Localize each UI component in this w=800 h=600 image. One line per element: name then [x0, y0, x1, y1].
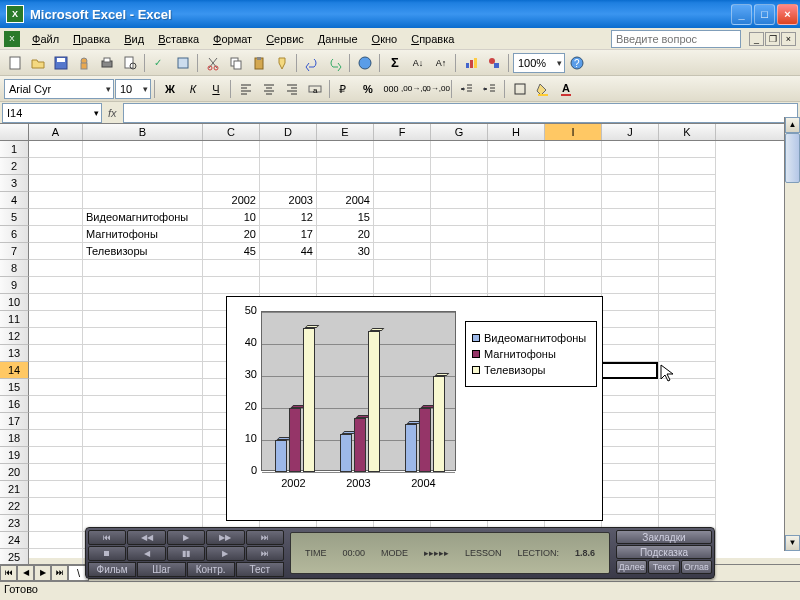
cell[interactable]: [545, 277, 602, 294]
cell[interactable]: [260, 175, 317, 192]
cell[interactable]: 45: [203, 243, 260, 260]
column-header[interactable]: I: [545, 124, 602, 140]
player-fwd-button[interactable]: ▶: [206, 546, 244, 561]
cell[interactable]: [29, 345, 83, 362]
cut-button[interactable]: [202, 52, 224, 74]
cell[interactable]: [431, 141, 488, 158]
cell[interactable]: [29, 464, 83, 481]
cell[interactable]: 20: [317, 226, 374, 243]
cell[interactable]: [602, 396, 659, 413]
align-left-button[interactable]: [235, 78, 257, 100]
cell[interactable]: [431, 260, 488, 277]
menu-вставка[interactable]: Вставка: [152, 31, 205, 47]
cell[interactable]: [659, 192, 716, 209]
cell[interactable]: [260, 158, 317, 175]
row-header[interactable]: 15: [0, 379, 29, 396]
cell[interactable]: [602, 141, 659, 158]
cell[interactable]: [431, 243, 488, 260]
menu-данные[interactable]: Данные: [312, 31, 364, 47]
cell[interactable]: [488, 226, 545, 243]
row-header[interactable]: 18: [0, 430, 29, 447]
row-header[interactable]: 3: [0, 175, 29, 192]
copy-button[interactable]: [225, 52, 247, 74]
cell[interactable]: [431, 226, 488, 243]
cell[interactable]: [602, 413, 659, 430]
cell[interactable]: [602, 158, 659, 175]
percent-button[interactable]: %: [357, 78, 379, 100]
cell[interactable]: [317, 158, 374, 175]
cell[interactable]: [659, 209, 716, 226]
row-header[interactable]: 7: [0, 243, 29, 260]
cell[interactable]: 2004: [317, 192, 374, 209]
player-prev-button[interactable]: ⏮: [88, 530, 126, 545]
cell[interactable]: 20: [203, 226, 260, 243]
spelling-button[interactable]: ✓: [149, 52, 171, 74]
cell[interactable]: [317, 175, 374, 192]
cell[interactable]: [374, 192, 431, 209]
row-header[interactable]: 8: [0, 260, 29, 277]
cell[interactable]: 44: [260, 243, 317, 260]
menu-вид[interactable]: Вид: [118, 31, 150, 47]
player-back-button[interactable]: ◀: [127, 546, 165, 561]
player-hint-button[interactable]: Подсказка: [616, 545, 712, 559]
cell[interactable]: [260, 260, 317, 277]
column-header[interactable]: H: [488, 124, 545, 140]
cell[interactable]: [83, 413, 203, 430]
cell[interactable]: [83, 328, 203, 345]
cell[interactable]: [203, 175, 260, 192]
player-tab-control[interactable]: Контр.: [187, 562, 235, 577]
cell[interactable]: [29, 311, 83, 328]
player-next-btn[interactable]: Далее: [616, 560, 647, 574]
column-header[interactable]: G: [431, 124, 488, 140]
cell[interactable]: [83, 277, 203, 294]
cell[interactable]: [431, 158, 488, 175]
column-header[interactable]: F: [374, 124, 431, 140]
menu-справка[interactable]: Справка: [405, 31, 460, 47]
cell[interactable]: [659, 498, 716, 515]
column-header[interactable]: K: [659, 124, 716, 140]
cell[interactable]: [83, 141, 203, 158]
cell[interactable]: [659, 481, 716, 498]
decrease-decimal-button[interactable]: ,0→,00: [426, 78, 448, 100]
cell[interactable]: [29, 141, 83, 158]
cell[interactable]: Телевизоры: [83, 243, 203, 260]
cell[interactable]: [602, 447, 659, 464]
row-header[interactable]: 20: [0, 464, 29, 481]
cell[interactable]: [29, 294, 83, 311]
new-button[interactable]: [4, 52, 26, 74]
font-name-combo[interactable]: Arial Cyr: [4, 79, 114, 99]
cell[interactable]: [260, 141, 317, 158]
font-size-combo[interactable]: 10: [115, 79, 151, 99]
cell[interactable]: [659, 243, 716, 260]
cell[interactable]: [29, 498, 83, 515]
cell[interactable]: [374, 260, 431, 277]
cell[interactable]: [83, 158, 203, 175]
menu-правка[interactable]: Правка: [67, 31, 116, 47]
undo-button[interactable]: [301, 52, 323, 74]
cell[interactable]: 30: [317, 243, 374, 260]
cell[interactable]: [659, 328, 716, 345]
cell[interactable]: [83, 464, 203, 481]
row-header[interactable]: 10: [0, 294, 29, 311]
help-search-input[interactable]: [611, 30, 741, 48]
cell[interactable]: [602, 311, 659, 328]
menu-формат[interactable]: Формат: [207, 31, 258, 47]
cell[interactable]: [260, 277, 317, 294]
mdi-close[interactable]: ×: [781, 32, 796, 46]
player-play-button[interactable]: ▶: [167, 530, 205, 545]
cell[interactable]: [83, 294, 203, 311]
cell[interactable]: 2003: [260, 192, 317, 209]
redo-button[interactable]: [324, 52, 346, 74]
cell[interactable]: [488, 260, 545, 277]
cell[interactable]: [602, 328, 659, 345]
scroll-down-button[interactable]: ▼: [785, 535, 800, 551]
cell[interactable]: [602, 243, 659, 260]
cell[interactable]: [29, 226, 83, 243]
row-header[interactable]: 22: [0, 498, 29, 515]
cell[interactable]: [602, 175, 659, 192]
cell[interactable]: [317, 141, 374, 158]
column-header[interactable]: E: [317, 124, 374, 140]
fill-color-button[interactable]: [532, 78, 554, 100]
cell[interactable]: 12: [260, 209, 317, 226]
cell[interactable]: [545, 226, 602, 243]
